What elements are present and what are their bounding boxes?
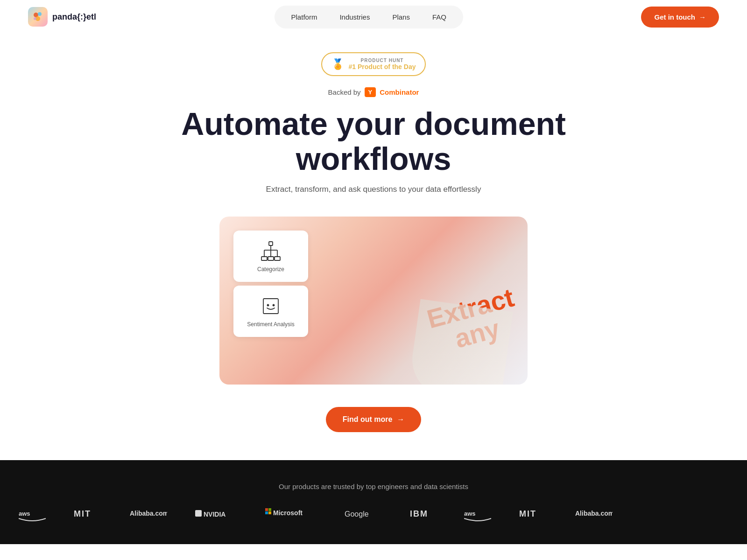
logo-alibaba-2: Alibaba.com — [575, 506, 613, 520]
get-in-touch-button[interactable]: Get in touch → — [641, 7, 719, 28]
svg-text:Alibaba.com: Alibaba.com — [575, 510, 613, 517]
sentiment-label: Sentiment Analysis — [247, 321, 294, 328]
svg-point-1 — [38, 12, 42, 16]
logo-microsoft: Microsoft — [265, 506, 317, 520]
svg-rect-7 — [275, 257, 280, 260]
logo-mit: MIT — [74, 506, 102, 520]
hero-subtitle: Extract, transform, and ask questions to… — [266, 185, 481, 194]
logo-aws-2: aws — [464, 505, 491, 522]
find-out-more-button[interactable]: Find out more → — [326, 407, 422, 432]
nav-industries[interactable]: Industries — [330, 9, 379, 25]
demo-card: Categorize Sentiment Analysis Extractany — [219, 217, 528, 385]
svg-text:Microsoft: Microsoft — [273, 509, 303, 517]
arrow-icon: → — [699, 13, 706, 21]
hero-section: 🏅 PRODUCT HUNT #1 Product of the Day Bac… — [0, 34, 747, 460]
backed-by: Backed by Y Combinator — [328, 87, 419, 97]
svg-rect-24 — [268, 511, 271, 514]
navigation: panda{:}etl Platform Industries Plans FA… — [0, 0, 747, 34]
logo-alibaba: Alibaba.com — [130, 506, 167, 520]
svg-point-3 — [34, 17, 36, 20]
logo[interactable]: panda{:}etl — [28, 7, 96, 27]
logo-mit-2: MIT — [519, 506, 547, 520]
svg-point-15 — [273, 304, 275, 306]
svg-rect-22 — [268, 508, 271, 511]
svg-rect-23 — [265, 511, 268, 514]
nav-plans[interactable]: Plans — [383, 9, 419, 25]
arrow-icon: → — [397, 415, 404, 424]
svg-rect-13 — [263, 299, 278, 314]
trust-band-text: Our products are trusted by top engineer… — [0, 483, 747, 490]
bottom-teaser: Document-intensive operations 10x faster — [0, 544, 747, 560]
svg-text:MIT: MIT — [519, 509, 536, 518]
demo-cards-left: Categorize Sentiment Analysis — [233, 231, 308, 337]
svg-rect-5 — [261, 257, 267, 260]
medal-icon: 🏅 — [331, 58, 344, 70]
paper-curl — [408, 299, 513, 384]
nav-links: Platform Industries Plans FAQ — [275, 6, 463, 28]
categorize-label: Categorize — [257, 266, 284, 273]
logo-icon — [28, 7, 48, 27]
svg-rect-21 — [265, 508, 268, 511]
svg-text:NVIDIA: NVIDIA — [204, 511, 226, 518]
logo-text: panda{:}etl — [52, 12, 96, 22]
svg-rect-4 — [269, 242, 273, 245]
logo-aws: aws — [19, 505, 46, 522]
logos-track: aws MIT Alibaba.com NVIDIA — [0, 505, 747, 522]
logo-nvidia: NVIDIA — [195, 506, 237, 520]
product-hunt-badge[interactable]: 🏅 PRODUCT HUNT #1 Product of the Day — [321, 52, 426, 76]
svg-text:aws: aws — [19, 510, 30, 517]
svg-text:aws: aws — [464, 510, 476, 517]
svg-text:MIT: MIT — [74, 509, 91, 518]
logo-ibm: IBM — [410, 506, 436, 520]
yc-name: Combinator — [380, 88, 419, 96]
svg-text:Google: Google — [345, 510, 369, 518]
nav-faq[interactable]: FAQ — [423, 9, 456, 25]
product-hunt-text: PRODUCT HUNT #1 Product of the Day — [349, 58, 416, 70]
sentiment-card: Sentiment Analysis — [233, 286, 308, 337]
svg-point-14 — [268, 304, 269, 306]
svg-text:Alibaba.com: Alibaba.com — [130, 510, 167, 517]
nav-platform[interactable]: Platform — [282, 9, 327, 25]
trust-band: Our products are trusted by top engineer… — [0, 460, 747, 544]
categorize-card: Categorize — [233, 231, 308, 282]
logo-google: Google — [345, 506, 382, 520]
yc-badge: Y — [365, 87, 376, 97]
svg-text:IBM: IBM — [410, 509, 428, 518]
svg-rect-6 — [268, 257, 274, 260]
svg-rect-19 — [195, 510, 202, 517]
hero-title: Automate your document workflows — [163, 106, 584, 176]
